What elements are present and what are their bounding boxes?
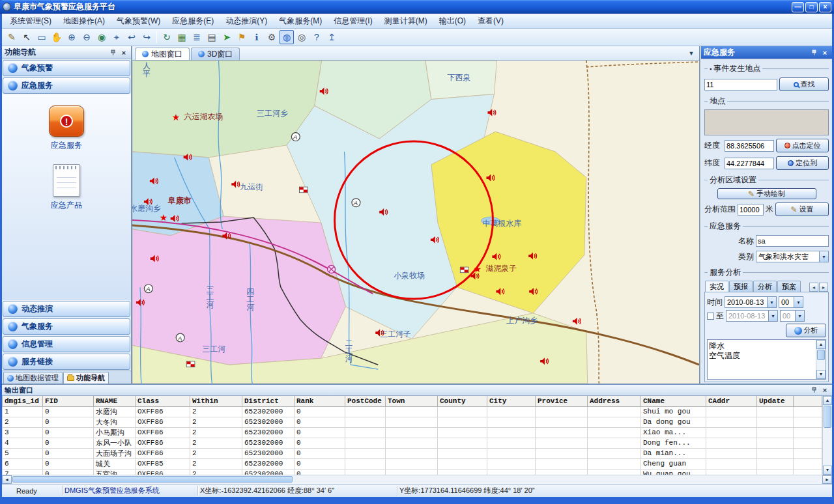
map-tab-map-window[interactable]: 地图窗口 <box>135 48 190 60</box>
refresh-icon[interactable]: ↻ <box>160 30 174 44</box>
column-header[interactable]: FID <box>43 396 94 406</box>
column-header[interactable]: dmgis_id <box>3 396 43 406</box>
map-tab-3d-window[interactable]: 3D窗口 <box>191 48 240 60</box>
map-marker-crossing[interactable] <box>328 265 336 273</box>
analysis-tab-3[interactable]: 分析 <box>753 281 777 292</box>
table-row[interactable]: 10水磨沟OXFF8626523020000Shui mo gou <box>3 406 822 417</box>
hour-select-1[interactable]: 00 ▼ <box>779 296 803 308</box>
latitude-input[interactable] <box>725 158 774 169</box>
export-icon[interactable]: ↥ <box>324 30 339 44</box>
output-vscroll[interactable]: ▲ ▼ <box>822 396 832 475</box>
map-marker-station[interactable]: A <box>291 133 300 141</box>
column-header[interactable]: Town <box>386 396 438 406</box>
table-row[interactable]: 50大面场子沟OXFF8626523020000Da mian... <box>3 448 822 458</box>
analysis-range-input[interactable] <box>738 204 764 216</box>
edit-pencil-icon[interactable]: ✎ <box>5 30 19 44</box>
scroll-thumb[interactable] <box>12 476 293 483</box>
nav-button-weather-service[interactable]: 气象服务 <box>3 318 130 335</box>
output-hscroll[interactable]: ◄ ► <box>2 475 832 484</box>
tab-scroll-left-icon[interactable]: ◄ <box>809 283 818 292</box>
hour-select-2[interactable]: 00 ▼ <box>780 310 805 322</box>
scroll-up-icon[interactable]: ▲ <box>816 340 826 349</box>
column-header[interactable]: Provice <box>536 396 588 406</box>
map-marker-flag[interactable] <box>299 187 308 193</box>
pointer-green-icon[interactable]: ➤ <box>220 30 234 44</box>
left-tab-map-data-management[interactable]: 地图数据管理 <box>3 372 63 384</box>
click-locate-button[interactable]: 点击定位 <box>776 139 829 152</box>
menu-output[interactable]: 输出(O) <box>434 14 471 28</box>
analysis-tab-1[interactable]: 实况 <box>705 281 728 292</box>
pin-marker-icon[interactable]: ⚑ <box>235 30 249 44</box>
column-header[interactable]: County <box>438 396 487 406</box>
pin-icon[interactable] <box>809 386 818 395</box>
to-checkbox[interactable] <box>707 313 714 320</box>
close-panel-icon[interactable]: × <box>820 48 829 57</box>
map-marker-station[interactable]: A <box>176 333 184 342</box>
column-header[interactable]: CName <box>641 396 706 406</box>
map-marker-station[interactable]: A <box>352 199 360 207</box>
chevron-down-icon[interactable]: ▼ <box>768 311 777 321</box>
settings-gear-icon[interactable]: ⚙ <box>265 30 279 44</box>
chevron-down-icon[interactable]: ▼ <box>767 297 776 307</box>
emergency-product-shortcut[interactable]: 应急产品 <box>51 164 82 211</box>
column-header[interactable]: PostCode <box>345 396 386 406</box>
list-scrollbar[interactable]: ▲ ▼ <box>816 340 826 379</box>
scroll-right-icon[interactable]: ► <box>822 475 832 484</box>
column-header[interactable]: Address <box>588 396 641 406</box>
map-viewport[interactable]: 人平下西泉六运湖农场三工河乡九运街阜康市水磨沟乡中葛根水库滋泥泉子小泉牧场上户沟… <box>132 61 699 384</box>
date-select-2[interactable]: 2010-08-13 ▼ <box>726 310 778 322</box>
column-header[interactable]: RNAME <box>94 396 136 406</box>
scroll-track[interactable] <box>12 475 822 484</box>
scroll-up-icon[interactable]: ▲ <box>823 396 832 405</box>
analysis-tab-4[interactable]: 预案 <box>777 281 801 292</box>
table-row[interactable]: 70五官沟OXFF8626523020000Wu guan gou <box>3 469 822 475</box>
event-location-input[interactable] <box>704 79 777 91</box>
column-header[interactable]: Class <box>136 396 190 406</box>
table-row[interactable]: 20大冬沟OXFF8626523020000Da dong gou <box>3 417 822 427</box>
restore-button[interactable]: □ <box>805 2 818 12</box>
list-item[interactable]: 降水 <box>709 341 814 350</box>
service-name-input[interactable] <box>756 235 829 247</box>
nav-button-dynamic-deduction[interactable]: 动态推演 <box>3 301 130 317</box>
nav-button-weather-warning[interactable]: 气象预警 <box>3 60 130 76</box>
map-marker-flag[interactable] <box>460 267 468 273</box>
map-marker-star[interactable]: ★ <box>160 212 167 223</box>
menu-weather-warning[interactable]: 气象预警(W) <box>111 14 165 28</box>
pin-icon[interactable] <box>108 48 117 57</box>
info-icon[interactable]: ℹ <box>250 30 264 44</box>
menu-information-management[interactable]: 信息管理(I) <box>328 14 377 28</box>
close-panel-icon[interactable]: × <box>820 386 829 395</box>
nav-button-emergency-service[interactable]: 应急服务 <box>3 77 130 94</box>
close-panel-icon[interactable]: × <box>119 48 128 57</box>
scroll-track[interactable] <box>816 349 826 370</box>
menu-weather-service[interactable]: 气象服务(M) <box>274 14 327 28</box>
scroll-down-icon[interactable]: ▼ <box>823 466 832 475</box>
menu-system-management[interactable]: 系统管理(S) <box>5 14 57 28</box>
map-svg[interactable]: 人平下西泉六运湖农场三工河乡九运街阜康市水磨沟乡中葛根水库滋泥泉子小泉牧场上户沟… <box>132 61 699 384</box>
table-row[interactable]: 60城关OXFF8526523020000Cheng guan <box>3 458 822 469</box>
place-list[interactable] <box>704 109 829 135</box>
manual-draw-button[interactable]: ✎手动绘制 <box>717 188 816 199</box>
close-button[interactable]: × <box>819 2 831 12</box>
map-tab-list-button[interactable]: ▼ <box>686 48 697 59</box>
table-row[interactable]: 30小马厮沟OXFF8626523020000Xiao ma... <box>3 427 822 438</box>
column-header[interactable]: Update <box>757 396 794 406</box>
next-view-icon[interactable]: ↪ <box>139 30 154 44</box>
map-marker-flag[interactable] <box>186 361 195 367</box>
menu-map-operation[interactable]: 地图操作(A) <box>58 14 110 28</box>
locate-to-button[interactable]: 定位到 <box>776 156 829 170</box>
map-marker-station[interactable]: A <box>144 285 152 293</box>
range-set-button[interactable]: ✎设置 <box>775 203 829 216</box>
menu-dynamic-deduction[interactable]: 动态推演(Y) <box>220 14 272 28</box>
menu-measure-calculation[interactable]: 测量计算(M) <box>379 14 433 28</box>
column-header[interactable]: CAddr <box>706 396 757 406</box>
chevron-down-icon[interactable]: ▼ <box>819 251 828 262</box>
scroll-thumb[interactable] <box>824 406 831 428</box>
scroll-down-icon[interactable]: ▼ <box>816 370 826 379</box>
longitude-input[interactable] <box>725 140 774 152</box>
analyze-button[interactable]: 分析 <box>786 324 826 337</box>
list-item[interactable]: 空气温度 <box>709 350 814 360</box>
select-features-icon[interactable]: ↖ <box>20 30 34 44</box>
emergency-service-shortcut[interactable]: ! 应急服务 <box>49 105 84 151</box>
column-header[interactable]: Rank <box>295 396 345 406</box>
